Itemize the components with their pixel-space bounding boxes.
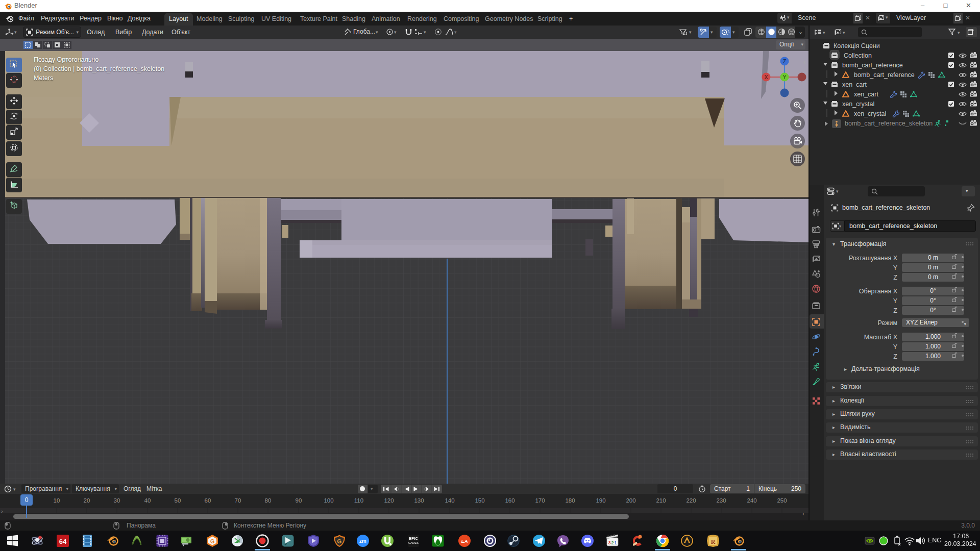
svg-text:G: G — [210, 538, 215, 544]
svg-text:GAMES: GAMES — [408, 541, 419, 544]
svg-text:Collection: Collection — [844, 52, 872, 59]
svg-text:EA: EA — [461, 538, 468, 544]
svg-text:X: X — [765, 74, 768, 80]
svg-text:Z: Z — [783, 59, 786, 64]
svg-text:3: 3 — [608, 540, 610, 545]
svg-text:bomb_cart_reference: bomb_cart_reference — [842, 62, 903, 69]
svg-text:Колекція Сцени: Колекція Сцени — [834, 42, 880, 49]
svg-text:zm: zm — [359, 538, 366, 544]
svg-text:G: G — [337, 538, 342, 544]
svg-text:xen_cart: xen_cart — [854, 91, 878, 98]
svg-text:R: R — [711, 538, 716, 545]
svg-text:bomb_cart_reference_skeleton: bomb_cart_reference_skeleton — [845, 120, 933, 127]
svg-text:xen_crystal: xen_crystal — [842, 101, 874, 108]
svg-text:2: 2 — [611, 540, 614, 545]
svg-text:xen_crystal: xen_crystal — [854, 110, 886, 117]
svg-text:1: 1 — [614, 540, 617, 545]
svg-text:Y: Y — [783, 74, 787, 80]
svg-text:64: 64 — [59, 538, 67, 545]
svg-text:xen_cart: xen_cart — [842, 81, 867, 88]
svg-text:bomb_cart_reference: bomb_cart_reference — [854, 71, 915, 79]
svg-text:EPIC: EPIC — [409, 536, 418, 541]
